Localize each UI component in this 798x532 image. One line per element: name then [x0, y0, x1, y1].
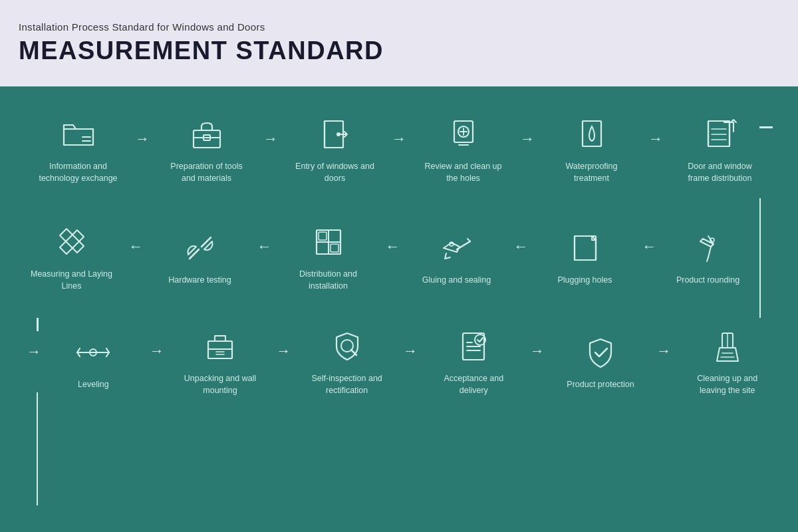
arrow-r2-r1: → [123, 238, 148, 255]
vc-2-top [37, 318, 39, 331]
step-protection-label: Product protection [567, 379, 634, 391]
step-hardware-label: Hardware testing [168, 275, 231, 287]
main-content: Information and technology exchange → Pr… [0, 86, 798, 532]
step-waterproofing-label: Waterproofing treatment [549, 161, 635, 184]
arrow-3-4: → [386, 130, 412, 148]
arrow-r4-r3: → [380, 238, 405, 255]
row3-start-arrow: → [27, 343, 41, 360]
step-waterproofing: Waterproofing treatment [540, 113, 643, 184]
distribution-icon [307, 221, 350, 263]
svg-rect-16 [208, 341, 232, 358]
step-review-holes-label: Review and clean up the holes [420, 161, 507, 184]
leveling-icon [72, 331, 114, 374]
flow-row-1: Information and technology exchange → Pr… [20, 113, 778, 184]
step-unpacking: Unpacking and wall mounting [170, 325, 271, 396]
plugging-icon [564, 227, 606, 269]
measuring-icon [51, 221, 93, 263]
vert-connector-1 [759, 198, 761, 318]
step-distribution: Distribution and installation [277, 221, 380, 292]
step-rounding-label: Product rounding [676, 275, 739, 287]
step-gluing-label: Gluing and sealing [422, 275, 491, 287]
frame-dist-icon [699, 113, 741, 156]
vert-connector-2 [37, 392, 38, 505]
hc-right-end [759, 126, 773, 128]
flow-row-3: → Leveling → [20, 325, 778, 396]
step-distribution-label: Distribution and installation [285, 269, 372, 292]
step-prep-tools-label: Preparation of tools and materials [164, 161, 250, 184]
rounding-icon [687, 227, 730, 269]
cleanup-icon [706, 325, 749, 368]
header-title: MEASUREMENT STANDARD [19, 37, 779, 65]
magnifier-icon [442, 113, 485, 156]
step-unpacking-label: Unpacking and wall mounting [177, 373, 263, 396]
arrow-16-17: → [525, 342, 550, 360]
svg-rect-0 [194, 130, 220, 148]
arrow-4-5: → [515, 130, 540, 148]
svg-rect-7 [708, 121, 730, 146]
step-leveling-label: Leveling [78, 379, 109, 391]
svg-rect-14 [331, 244, 338, 252]
hardware-icon [179, 227, 221, 269]
protection-icon [579, 331, 622, 374]
self-inspect-icon [326, 325, 368, 368]
step-plugging: Plugging holes [533, 227, 636, 287]
arrow-r6-r5: → [636, 238, 662, 255]
step-info-tech-label: Information and technology exchange [35, 161, 122, 184]
step-self-inspect: Self-inspection and rectification [296, 325, 398, 396]
acceptance-icon [452, 325, 495, 368]
arrow-17-18: → [651, 342, 676, 360]
step-cleanup: Cleaning up and leaving the site [676, 325, 778, 396]
step-info-tech: Information and technology exchange [27, 113, 130, 184]
step-plugging-label: Plugging holes [557, 275, 612, 287]
arrow-1-2: → [130, 130, 155, 148]
arrow-13-14: → [144, 342, 170, 360]
step-frame-dist-label: Door and window frame distribution [677, 161, 763, 184]
arrow-15-16: → [398, 342, 423, 360]
toolbox-icon [186, 113, 228, 156]
arrow-5-6: → [643, 130, 668, 148]
step-entry-windows: Entry of windows and doors [283, 113, 386, 184]
step-review-holes: Review and clean up the holes [412, 113, 515, 184]
svg-rect-13 [319, 232, 327, 240]
step-protection: Product protection [550, 331, 652, 391]
step-prep-tools: Preparation of tools and materials [155, 113, 258, 184]
svg-point-3 [337, 133, 340, 136]
step-self-inspect-label: Self-inspection and rectification [304, 373, 390, 396]
step-measuring: Measuring and Laying Lines [20, 221, 123, 292]
flow-row-2: Product rounding → Plugging holes → [20, 221, 778, 292]
header-subtitle: Installation Process Standard for Window… [19, 21, 779, 33]
folder-icon [57, 113, 100, 156]
step-leveling: Leveling [43, 331, 144, 391]
step-gluing: Gluing and sealing [405, 227, 508, 287]
arrow-r3-r2: → [251, 238, 277, 255]
arrow-14-15: → [271, 342, 296, 360]
step-rounding: Product rounding [656, 227, 759, 287]
step-entry-windows-label: Entry of windows and doors [292, 161, 378, 184]
step-cleanup-label: Cleaning up and leaving the site [684, 373, 771, 396]
svg-rect-8 [708, 121, 730, 146]
gluing-icon [436, 227, 478, 269]
door-entry-icon [314, 113, 356, 156]
step-acceptance: Acceptance and delivery [423, 325, 525, 396]
waterproof-icon [571, 113, 613, 156]
step-hardware: Hardware testing [148, 227, 251, 287]
step-acceptance-label: Acceptance and delivery [430, 373, 517, 396]
step-measuring-label: Measuring and Laying Lines [29, 269, 115, 292]
header: Installation Process Standard for Window… [0, 0, 798, 86]
unpacking-icon [199, 325, 241, 368]
arrow-2-3: → [258, 130, 283, 148]
arrow-r5-r4: → [508, 238, 533, 255]
step-frame-dist: Door and window frame distribution [668, 113, 771, 184]
